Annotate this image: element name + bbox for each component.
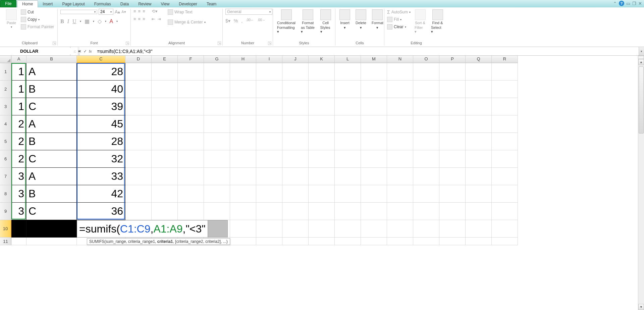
- cell-M6[interactable]: [361, 150, 387, 168]
- cell-L7[interactable]: [335, 168, 361, 185]
- cell-P4[interactable]: [439, 115, 466, 133]
- cell-G7[interactable]: [204, 168, 230, 185]
- cell-B3[interactable]: C: [26, 98, 77, 115]
- col-header-M[interactable]: M: [361, 56, 387, 63]
- close-icon[interactable]: ✕: [638, 1, 642, 6]
- cell-N9[interactable]: [387, 203, 413, 220]
- cell-R4[interactable]: [492, 115, 518, 133]
- cell-M9[interactable]: [361, 203, 387, 220]
- cell-H4[interactable]: [230, 115, 256, 133]
- cell-L10[interactable]: [335, 220, 361, 238]
- cut-button[interactable]: Cut: [21, 9, 54, 15]
- cell-D8[interactable]: [125, 185, 152, 203]
- cell-O9[interactable]: [413, 203, 439, 220]
- underline-button[interactable]: U: [72, 18, 76, 24]
- cell-C3[interactable]: 39: [77, 98, 125, 115]
- cell-O7[interactable]: [413, 168, 439, 185]
- cell-C4[interactable]: 45: [77, 115, 125, 133]
- conditional-formatting-button[interactable]: ConditionalFormatting ▾: [276, 9, 297, 35]
- cell-E1[interactable]: [152, 63, 178, 81]
- border-button[interactable]: ▦: [85, 18, 90, 24]
- cell-D2[interactable]: [125, 81, 152, 98]
- fx-undo-icon[interactable]: ⎌: [74, 49, 76, 54]
- comma-icon[interactable]: ,: [241, 18, 243, 23]
- align-right-icon[interactable]: ≡: [143, 16, 145, 21]
- cell-P8[interactable]: [439, 185, 466, 203]
- minimize-icon[interactable]: ▭: [626, 1, 630, 6]
- tab-file[interactable]: File: [0, 0, 16, 7]
- dialog-launcher-icon[interactable]: ↘: [126, 42, 129, 45]
- tab-team[interactable]: Team: [202, 1, 221, 7]
- cell-P5[interactable]: [439, 133, 466, 150]
- decrease-decimal-icon[interactable]: .00→: [257, 18, 265, 23]
- cell-P6[interactable]: [439, 150, 466, 168]
- cell-R11[interactable]: [492, 238, 518, 245]
- align-center-icon[interactable]: ≡: [138, 16, 141, 21]
- cell-G3[interactable]: [204, 98, 230, 115]
- cell-B9[interactable]: C: [26, 203, 77, 220]
- formula-input[interactable]: [95, 48, 639, 55]
- cell-F7[interactable]: [178, 168, 204, 185]
- fx-icon[interactable]: fx: [89, 49, 92, 53]
- row-header-8[interactable]: 8: [0, 185, 11, 203]
- cell-K8[interactable]: [309, 185, 335, 203]
- cell-L9[interactable]: [335, 203, 361, 220]
- fill-button[interactable]: Fill▾: [387, 16, 411, 23]
- cell-I2[interactable]: [256, 81, 282, 98]
- cell-B2[interactable]: B: [26, 81, 77, 98]
- cell-B1[interactable]: A: [26, 63, 77, 81]
- cell-D5[interactable]: [125, 133, 152, 150]
- cell-C9[interactable]: 36: [77, 203, 125, 220]
- cell-N2[interactable]: [387, 81, 413, 98]
- cell-Q4[interactable]: [466, 115, 492, 133]
- cell-R3[interactable]: [492, 98, 518, 115]
- cell-K11[interactable]: [309, 238, 335, 245]
- dialog-launcher-icon[interactable]: ↘: [268, 42, 271, 45]
- tab-formulas[interactable]: Formulas: [90, 1, 116, 7]
- cell-R10[interactable]: [492, 220, 518, 238]
- cell-O8[interactable]: [413, 185, 439, 203]
- cell-J4[interactable]: [282, 115, 309, 133]
- cell-I7[interactable]: [256, 168, 282, 185]
- cell-Q11[interactable]: [466, 238, 492, 245]
- cell-Q10[interactable]: [466, 220, 492, 238]
- row-header-10[interactable]: 10: [0, 220, 11, 238]
- cell-D4[interactable]: [125, 115, 152, 133]
- cell-L3[interactable]: [335, 98, 361, 115]
- cell-B8[interactable]: B: [26, 185, 77, 203]
- cell-O10[interactable]: [413, 220, 439, 238]
- cell-M7[interactable]: [361, 168, 387, 185]
- cell-G4[interactable]: [204, 115, 230, 133]
- wrap-text-button[interactable]: Wrap Text: [168, 9, 206, 15]
- cell-Q8[interactable]: [466, 185, 492, 203]
- col-header-K[interactable]: K: [309, 56, 335, 63]
- cell-P3[interactable]: [439, 98, 466, 115]
- dialog-launcher-icon[interactable]: ↘: [218, 42, 221, 45]
- cell-I9[interactable]: [256, 203, 282, 220]
- restore-icon[interactable]: ❐: [632, 1, 636, 6]
- cell-F4[interactable]: [178, 115, 204, 133]
- cell-G1[interactable]: [204, 63, 230, 81]
- cell-J9[interactable]: [282, 203, 309, 220]
- col-header-B[interactable]: B: [26, 56, 77, 63]
- cell-H1[interactable]: [230, 63, 256, 81]
- cell-Q6[interactable]: [466, 150, 492, 168]
- cell-K7[interactable]: [309, 168, 335, 185]
- cell-A9[interactable]: 3: [11, 203, 26, 220]
- cell-N7[interactable]: [387, 168, 413, 185]
- cell-M10[interactable]: [361, 220, 387, 238]
- cell-A2[interactable]: 1: [11, 81, 26, 98]
- cell-H5[interactable]: [230, 133, 256, 150]
- cell-A6[interactable]: 2: [11, 150, 26, 168]
- cell-C1[interactable]: 28: [77, 63, 125, 81]
- cell-L2[interactable]: [335, 81, 361, 98]
- align-bottom-icon[interactable]: ≡: [143, 9, 145, 14]
- cell-I5[interactable]: [256, 133, 282, 150]
- cell-A4[interactable]: 2: [11, 115, 26, 133]
- cell-K6[interactable]: [309, 150, 335, 168]
- col-header-N[interactable]: N: [387, 56, 413, 63]
- italic-button[interactable]: I: [67, 18, 69, 24]
- tab-developer[interactable]: Developer: [174, 1, 202, 7]
- align-left-icon[interactable]: ≡: [133, 16, 136, 21]
- cell-I4[interactable]: [256, 115, 282, 133]
